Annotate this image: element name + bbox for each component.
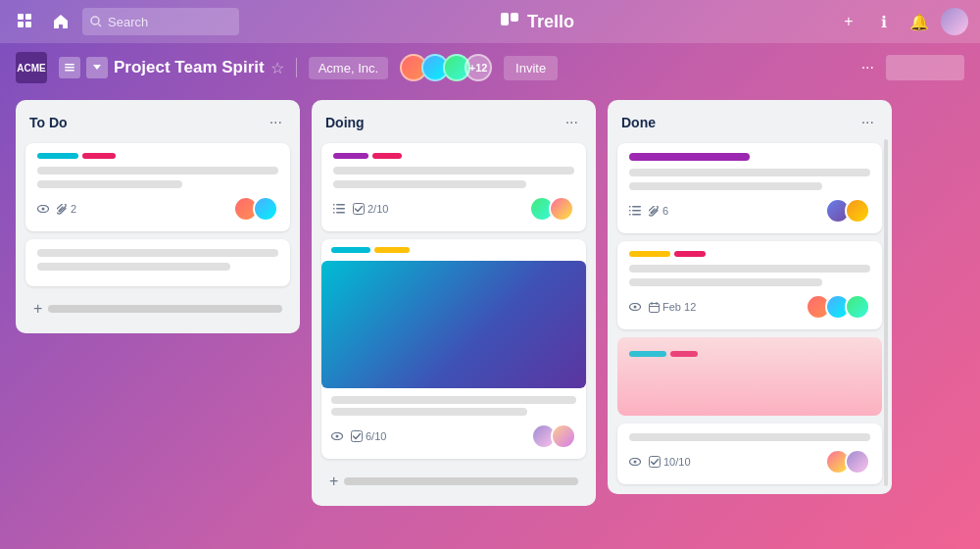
column-doing: Doing ··· 2/10 bbox=[312, 100, 596, 506]
card-body: 6/10 bbox=[321, 396, 586, 459]
card-members bbox=[529, 196, 574, 222]
card-member-6 bbox=[551, 424, 576, 449]
top-nav: Search Trello + ℹ 🔔 bbox=[0, 0, 980, 43]
card-meta: 2/10 bbox=[333, 203, 388, 215]
card-todo-2[interactable] bbox=[25, 239, 290, 286]
card-text-4 bbox=[37, 263, 230, 271]
label-pink bbox=[372, 153, 402, 159]
card-text-5 bbox=[333, 167, 574, 175]
trello-logo-icon bbox=[500, 12, 519, 31]
card-text-10 bbox=[629, 182, 822, 190]
card-done-3[interactable] bbox=[617, 337, 882, 416]
card-member-8 bbox=[845, 198, 870, 224]
column-todo-title: To Do bbox=[29, 115, 68, 130]
home-icon[interactable] bbox=[47, 8, 74, 35]
card-image bbox=[321, 261, 586, 388]
card-doing-2[interactable]: 6/10 bbox=[321, 239, 586, 459]
info-button[interactable]: ℹ bbox=[870, 8, 898, 35]
workspace-chip[interactable]: Acme, Inc. bbox=[309, 57, 388, 79]
board-chevron-icon[interactable] bbox=[86, 57, 108, 78]
card-members bbox=[806, 294, 870, 320]
svg-rect-17 bbox=[333, 208, 335, 210]
list-meta bbox=[333, 204, 345, 214]
column-done-title: Done bbox=[621, 115, 656, 130]
svg-rect-31 bbox=[650, 303, 660, 312]
svg-rect-0 bbox=[18, 14, 24, 20]
checklist-meta: 2/10 bbox=[353, 203, 388, 215]
search-bar[interactable]: Search bbox=[82, 8, 239, 35]
header-divider bbox=[296, 58, 297, 77]
add-card-doing[interactable]: + bbox=[321, 467, 586, 496]
column-doing-header: Doing ··· bbox=[321, 110, 586, 135]
card-text-12 bbox=[629, 278, 822, 286]
svg-rect-8 bbox=[65, 64, 74, 66]
invite-button[interactable]: Invite bbox=[504, 56, 558, 80]
eye-meta bbox=[629, 458, 641, 466]
card-meta: Feb 12 bbox=[629, 301, 696, 313]
board-more-button[interactable]: ··· bbox=[861, 59, 874, 76]
card-done-1[interactable]: 6 bbox=[617, 143, 882, 233]
checklist-meta: 6/10 bbox=[351, 430, 386, 442]
card-text-2 bbox=[37, 180, 182, 188]
label-yellow bbox=[629, 251, 670, 257]
card-text-3 bbox=[37, 249, 278, 257]
card-member-2 bbox=[253, 196, 278, 222]
svg-rect-7 bbox=[511, 13, 518, 22]
column-todo-header: To Do ··· bbox=[25, 110, 290, 135]
add-button[interactable]: + bbox=[835, 8, 862, 35]
grid-icon[interactable] bbox=[12, 8, 39, 35]
nav-right-actions: + ℹ 🔔 bbox=[835, 8, 968, 35]
card-todo-1[interactable]: 2 bbox=[25, 143, 290, 231]
card-footer: 2 bbox=[37, 196, 278, 222]
card-members bbox=[531, 424, 576, 449]
card-done-4[interactable]: 10/10 bbox=[617, 424, 882, 484]
board-title: Project Team Spirit bbox=[114, 58, 265, 77]
notifications-button[interactable]: 🔔 bbox=[906, 8, 933, 35]
star-icon[interactable]: ☆ bbox=[270, 59, 284, 77]
label-cyan bbox=[629, 351, 666, 357]
label-yellow bbox=[374, 247, 410, 253]
card-meta: 2 bbox=[37, 203, 76, 215]
column-doing-menu[interactable]: ··· bbox=[562, 112, 582, 133]
card-doing-1[interactable]: 2/10 bbox=[321, 143, 586, 231]
card-purple-bar bbox=[629, 153, 750, 161]
card-member-11 bbox=[845, 294, 870, 320]
card-members bbox=[233, 196, 278, 222]
label-cyan bbox=[331, 247, 370, 253]
member-count-badge[interactable]: +12 bbox=[465, 54, 492, 81]
member-avatars: +12 bbox=[400, 54, 492, 81]
card-footer: 2/10 bbox=[333, 196, 574, 222]
eye-meta bbox=[629, 303, 641, 311]
card-text-8 bbox=[331, 408, 527, 416]
board-menu-icon[interactable] bbox=[59, 57, 80, 78]
card-text-1 bbox=[37, 167, 278, 175]
column-done-header: Done ··· bbox=[617, 110, 882, 135]
board-title-area: Project Team Spirit ☆ bbox=[59, 57, 284, 78]
card-done-2[interactable]: Feb 12 bbox=[617, 241, 882, 329]
filter-input[interactable] bbox=[886, 55, 964, 80]
card-members bbox=[825, 449, 870, 474]
svg-rect-6 bbox=[501, 13, 509, 25]
attach-meta: 2 bbox=[57, 203, 76, 215]
search-placeholder: Search bbox=[108, 15, 148, 29]
card-meta: 10/10 bbox=[629, 456, 691, 468]
label-cyan bbox=[37, 153, 78, 159]
user-avatar[interactable] bbox=[941, 8, 968, 35]
add-card-placeholder bbox=[344, 477, 578, 485]
board-header: ACME Project Team Spirit ☆ Acme, Inc. +1… bbox=[0, 43, 980, 92]
svg-point-30 bbox=[634, 306, 637, 309]
svg-rect-3 bbox=[25, 22, 31, 27]
column-done: Done ··· 6 bbox=[608, 100, 892, 494]
label-pink bbox=[82, 153, 116, 159]
svg-point-12 bbox=[42, 208, 45, 211]
board-content: To Do ··· 2 bbox=[0, 92, 980, 549]
column-done-menu[interactable]: ··· bbox=[858, 112, 878, 133]
card-labels bbox=[629, 351, 870, 357]
add-card-placeholder bbox=[48, 305, 282, 313]
column-todo-menu[interactable]: ··· bbox=[266, 112, 286, 133]
card-text-6 bbox=[333, 180, 526, 188]
svg-rect-16 bbox=[333, 204, 335, 206]
plus-icon: + bbox=[33, 300, 42, 318]
add-card-todo[interactable]: + bbox=[25, 294, 290, 324]
svg-rect-2 bbox=[18, 22, 24, 27]
